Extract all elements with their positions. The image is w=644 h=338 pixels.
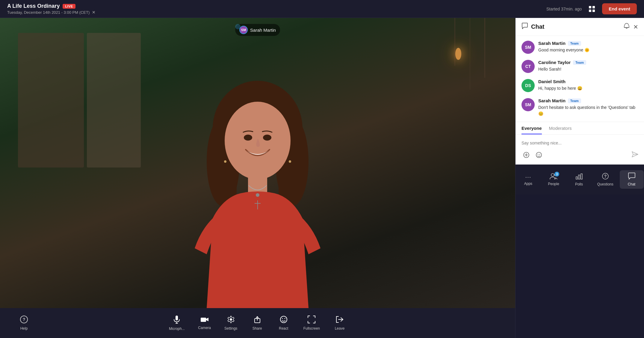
message-sender-4: Sarah Martin: [538, 98, 566, 103]
chat-input-left-actions: [521, 150, 544, 160]
bottom-right-toolbar: ··· Apps 3 People: [515, 165, 644, 194]
person-figure: [0, 18, 515, 308]
team-badge-2: Team: [573, 60, 586, 65]
react-icon: [280, 316, 288, 325]
message-body-2: Caroline Taylor Team Hello Sarah!: [538, 60, 586, 72]
tab-everyone[interactable]: Everyone: [521, 126, 542, 134]
emoji-button[interactable]: [534, 150, 544, 160]
event-date: Tuesday, December 14th 2021 - 3:00 PM (C…: [7, 10, 96, 15]
polls-icon-wrap: [575, 173, 583, 181]
svg-point-19: [235, 24, 241, 29]
speaker-name: Sarah Martin: [250, 28, 276, 33]
people-button[interactable]: 3 People: [542, 170, 566, 188]
svg-text:?: ?: [23, 317, 25, 322]
help-button[interactable]: ? Help: [12, 313, 36, 333]
team-badge-4: Team: [568, 98, 581, 103]
event-title: A Life Less Ordinary: [7, 3, 60, 9]
share-button[interactable]: Share: [245, 313, 269, 333]
svg-point-42: [551, 173, 554, 176]
questions-icon: ?: [602, 173, 609, 180]
messages-area: SM Sarah Martin Team Good morning everyo…: [515, 36, 644, 122]
chat-tab-icon-wrap: [628, 173, 636, 181]
people-icon-wrap: 3: [550, 173, 557, 181]
chat-title: Chat: [531, 23, 544, 30]
svg-point-12: [263, 135, 271, 141]
react-button[interactable]: React: [272, 313, 296, 333]
questions-label: Questions: [597, 182, 613, 186]
chat-input-actions: [521, 150, 638, 160]
settings-button[interactable]: Settings: [219, 313, 243, 333]
svg-point-17: [224, 160, 226, 163]
started-text: Started 37min. ago: [546, 7, 582, 11]
message-sender-2: Caroline Taylor: [538, 60, 571, 65]
share-label: Share: [253, 326, 262, 331]
message-name-row-2: Caroline Taylor Team: [538, 60, 586, 65]
camera-label: Camera: [198, 326, 211, 330]
shuffle-icon[interactable]: ✕: [92, 10, 96, 15]
svg-point-18: [289, 160, 291, 163]
people-badge: 3: [554, 172, 559, 176]
svg-rect-44: [576, 177, 578, 179]
svg-point-39: [538, 154, 538, 155]
svg-point-32: [284, 318, 285, 319]
speaker-avatar: SM: [239, 26, 248, 34]
speaker-label: SM Sarah Martin: [235, 24, 280, 36]
fullscreen-button[interactable]: Fullscreen: [298, 313, 325, 333]
message-name-row-4: Sarah Martin Team: [538, 98, 638, 103]
chat-title-row: Chat: [521, 23, 544, 31]
message-name-row-1: Sarah Martin Team: [538, 41, 589, 46]
chat-panel: Chat ✕ SM: [515, 18, 644, 165]
avatar-caroline: CT: [521, 60, 535, 73]
camera-button[interactable]: Camera: [193, 314, 217, 332]
questions-icon-wrap: ?: [602, 173, 609, 181]
help-label: Help: [20, 326, 28, 331]
settings-label: Settings: [224, 326, 237, 331]
chat-input-field[interactable]: [521, 138, 638, 148]
svg-rect-1: [592, 6, 595, 8]
apps-button[interactable]: ··· Apps: [516, 171, 540, 188]
apps-icon-wrap: ···: [525, 173, 531, 180]
message-body-3: Daniel Smith Hi, happy to be here 😄: [538, 79, 582, 92]
event-date-text: Tuesday, December 14th 2021 - 3:00 PM (C…: [7, 10, 90, 15]
people-label: People: [548, 182, 559, 186]
message-row-2: CT Caroline Taylor Team Hello Sarah!: [521, 60, 638, 73]
close-chat-icon[interactable]: ✕: [633, 23, 638, 31]
end-event-button[interactable]: End event: [602, 3, 637, 14]
add-attachment-button[interactable]: [521, 150, 531, 160]
svg-rect-22: [176, 316, 178, 320]
message-row-3: DS Daniel Smith Hi, happy to be here 😄: [521, 79, 638, 92]
svg-point-27: [230, 318, 232, 321]
camera-icon: [200, 316, 209, 325]
left-section: SM Sarah Martin ? Help: [0, 18, 515, 338]
message-text-3: Hi, happy to be here 😄: [538, 85, 582, 92]
chat-tab-button[interactable]: Chat: [620, 170, 644, 189]
grid-layout-icon[interactable]: [586, 4, 597, 14]
leave-button[interactable]: Leave: [328, 313, 352, 333]
video-area: SM Sarah Martin: [0, 18, 515, 308]
tab-moderators[interactable]: Moderators: [549, 126, 572, 134]
leave-label: Leave: [335, 326, 345, 331]
notification-bell-icon[interactable]: [624, 23, 630, 31]
polls-button[interactable]: Polls: [567, 170, 591, 189]
toolbar-center: Microph... Camera: [164, 313, 352, 333]
help-icon: ?: [20, 316, 28, 325]
settings-icon: [227, 316, 235, 325]
react-label: React: [279, 326, 288, 331]
message-row-4: SM Sarah Martin Team Don't hesitate to a…: [521, 98, 638, 117]
send-message-button[interactable]: [632, 151, 638, 159]
svg-text:?: ?: [604, 174, 607, 179]
fullscreen-icon: [308, 316, 315, 325]
message-row: SM Sarah Martin Team Good morning everyo…: [521, 41, 638, 54]
microphone-label: Microph...: [169, 327, 185, 331]
svg-point-31: [282, 318, 283, 319]
message-body-4: Sarah Martin Team Don't hesitate to ask …: [538, 98, 638, 117]
message-text-2: Hello Sarah!: [538, 66, 586, 72]
right-section: Chat ✕ SM: [515, 18, 644, 338]
chat-header: Chat ✕: [515, 18, 644, 36]
svg-point-38: [536, 152, 542, 158]
avatar-daniel: DS: [521, 79, 535, 92]
microphone-button[interactable]: Microph...: [164, 313, 190, 333]
message-sender-1: Sarah Martin: [538, 41, 566, 46]
questions-button[interactable]: ? Questions: [592, 170, 618, 189]
chat-tab-label: Chat: [628, 182, 635, 186]
